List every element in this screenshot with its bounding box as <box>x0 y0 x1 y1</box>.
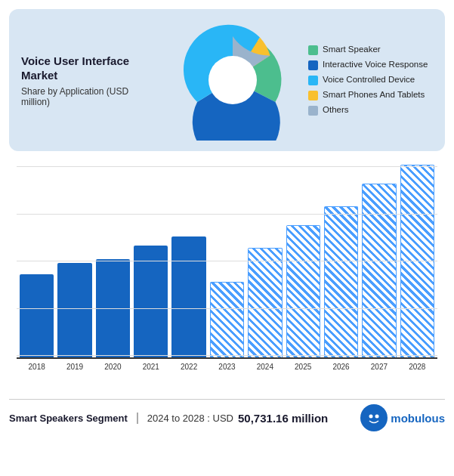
bar-year-label: 2018 <box>20 363 54 371</box>
bar-group <box>171 236 205 357</box>
bar-year-label: 2024 <box>248 363 282 371</box>
legend-item: Smart Speaker <box>308 45 433 55</box>
bar-group-hatched <box>400 165 434 357</box>
top-section: Voice User Interface Market Share by App… <box>9 9 445 151</box>
bar-chart-section: 2018201920202021202220232024202520262027… <box>9 159 445 393</box>
bar-hatched <box>286 225 320 357</box>
bar-hatched <box>324 206 358 357</box>
legend-label: Others <box>323 105 349 114</box>
bar-solid <box>57 263 91 357</box>
legend-label: Interactive Voice Response <box>323 60 428 69</box>
bar-group-hatched <box>362 184 396 357</box>
chart-title-area: Voice User Interface Market Share by App… <box>21 54 157 107</box>
legend-color-swatch <box>308 76 318 85</box>
bars-container <box>17 166 437 359</box>
period-text: 2024 to 2028 : USD <box>147 413 233 424</box>
legend-item: Smart Phones And Tablets <box>308 90 433 100</box>
legend-item: Interactive Voice Response <box>308 60 433 70</box>
bar-solid <box>134 246 168 357</box>
legend-color-swatch <box>308 106 318 116</box>
bar-group <box>20 274 54 357</box>
legend-color-swatch <box>308 60 318 70</box>
bottom-right: 2024 to 2028 : USD 50,731.16 million <box>138 412 328 425</box>
logo-circle <box>360 404 388 431</box>
bar-year-label: 2028 <box>400 363 434 371</box>
bar-year-label: 2020 <box>96 363 130 371</box>
bar-group <box>96 259 130 357</box>
bar-year-label: 2021 <box>134 363 168 371</box>
grid-line <box>17 166 437 167</box>
bar-group-hatched <box>248 248 282 357</box>
bar-hatched <box>362 184 396 357</box>
bar-hatched <box>400 165 434 357</box>
legend-color-swatch <box>308 45 318 55</box>
donut-chart <box>165 20 301 141</box>
bar-group-hatched <box>286 225 320 357</box>
bar-solid <box>20 274 54 357</box>
legend-label: Voice Controlled Device <box>323 75 415 84</box>
bottom-value: 50,731.16 million <box>238 412 328 425</box>
svg-point-3 <box>375 415 379 419</box>
mobulous-logo: mobulous <box>360 404 445 431</box>
bar-solid <box>171 236 205 357</box>
legend-area: Smart Speaker Interactive Voice Response… <box>308 45 433 116</box>
bar-year-label: 2022 <box>171 363 205 371</box>
bar-year-label: 2026 <box>324 363 358 371</box>
bar-year-label: 2025 <box>286 363 320 371</box>
chart-title: Voice User Interface Market <box>21 54 157 83</box>
bar-year-label: 2019 <box>57 363 91 371</box>
bar-year-label: 2023 <box>210 363 244 371</box>
chart-subtitle: Share by Application (USD million) <box>21 86 157 107</box>
bar-hatched <box>248 248 282 357</box>
logo-text: mobulous <box>391 412 445 425</box>
bottom-info: Smart Speakers Segment 2024 to 2028 : US… <box>9 399 445 436</box>
bar-year-label: 2027 <box>362 363 396 371</box>
svg-point-0 <box>208 56 257 104</box>
legend-item: Others <box>308 105 433 116</box>
legend-label: Smart Phones And Tablets <box>323 90 425 99</box>
legend-item: Voice Controlled Device <box>308 75 433 85</box>
bar-group <box>134 246 168 357</box>
bar-group-hatched <box>210 282 244 357</box>
legend-label: Smart Speaker <box>323 45 381 54</box>
bar-group <box>57 263 91 357</box>
bar-hatched <box>210 282 244 357</box>
bar-solid <box>96 259 130 357</box>
bar-group-hatched <box>324 206 358 357</box>
svg-point-2 <box>369 415 373 419</box>
segment-label: Smart Speakers Segment <box>9 413 138 424</box>
legend-color-swatch <box>308 91 318 100</box>
